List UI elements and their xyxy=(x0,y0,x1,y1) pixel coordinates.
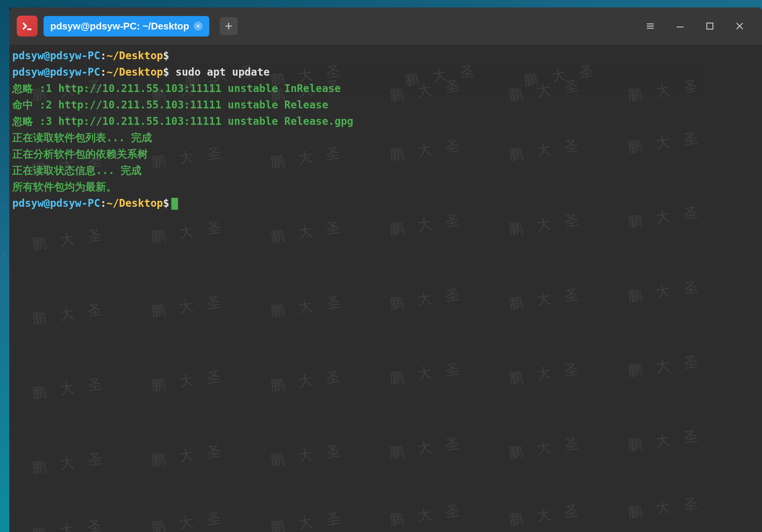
menu-button[interactable] xyxy=(643,19,658,34)
command-text: sudo apt update xyxy=(169,66,270,78)
prompt-host: pdsyw-PC xyxy=(50,197,100,209)
terminal-line: 所有软件包均为最新。 xyxy=(12,179,759,195)
prompt-user: pdsyw xyxy=(12,50,44,62)
watermark-text: 鹏 大 圣 xyxy=(269,218,346,245)
terminal-line: 正在读取软件包列表... 完成 xyxy=(12,130,759,146)
prompt-at: @ xyxy=(44,197,50,209)
watermark-text: 鹏 大 圣 xyxy=(150,442,227,469)
watermark-text: 鹏 大 圣 xyxy=(508,211,585,238)
terminal-content-area[interactable]: 鹏 大 圣鹏 大 圣鹏 大 圣鹏 大 圣鹏 大 圣鹏 大 圣鹏 大 圣鹏 大 圣… xyxy=(9,45,762,532)
active-tab[interactable]: pdsyw@pdsyw-PC: ~/Desktop xyxy=(44,16,209,37)
output-text: 正在读取状态信息... 完成 xyxy=(12,164,142,177)
watermark-text: 鹏 大 圣 xyxy=(31,375,108,402)
watermark-text: 鹏 大 圣 xyxy=(388,211,466,238)
prompt-user: pdsyw xyxy=(12,66,44,78)
output-text: 正在分析软件包的依赖关系树 xyxy=(12,148,148,160)
prompt-host: pdsyw-PC xyxy=(50,50,100,62)
terminal-line: 正在读取状态信息... 完成 xyxy=(12,162,759,179)
output-text: 所有软件包均为最新。 xyxy=(12,181,117,193)
watermark-text: 鹏 大 圣 xyxy=(269,293,346,320)
watermark-text: 鹏 大 圣 xyxy=(388,360,466,387)
cursor xyxy=(171,198,178,210)
star-decoration: · xyxy=(1,205,3,208)
new-tab-button[interactable] xyxy=(220,17,238,35)
watermark-text: 鹏 大 圣 xyxy=(269,367,346,394)
terminal-app-icon[interactable] xyxy=(17,16,38,37)
prompt-dollar: $ xyxy=(163,50,169,62)
watermark-text: 鹏 大 圣 xyxy=(388,501,466,528)
title-bar: pdsyw@pdsyw-PC: ~/Desktop xyxy=(9,7,762,45)
window-controls xyxy=(643,19,755,34)
watermark-text: 鹏 大 圣 xyxy=(508,434,585,461)
watermark-text: 鹏 大 圣 xyxy=(508,501,585,528)
terminal-line: pdsyw@pdsyw-PC:~/Desktop$ xyxy=(12,48,759,64)
prompt-dollar: $ xyxy=(163,66,169,78)
terminal-line: pdsyw@pdsyw-PC:~/Desktop$ xyxy=(12,195,759,212)
prompt-dollar: $ xyxy=(163,197,169,209)
prompt-path: ~/Desktop xyxy=(107,50,163,62)
watermark-text: 鹏 大 圣 xyxy=(627,427,704,454)
terminal-window: pdsyw@pdsyw-PC: ~/Desktop xyxy=(9,7,762,532)
tab-close-button[interactable] xyxy=(194,22,203,31)
desktop-background-left: · · xyxy=(0,0,9,532)
watermark-text: 鹏 大 圣 xyxy=(150,218,227,245)
watermark-text: 鹏 大 圣 xyxy=(150,509,227,532)
prompt-user: pdsyw xyxy=(12,197,44,209)
watermark-text: 鹏 大 圣 xyxy=(388,434,466,461)
prompt-at: @ xyxy=(44,50,50,62)
prompt-path: ~/Desktop xyxy=(107,66,163,78)
output-text: 正在读取软件包列表... 完成 xyxy=(12,132,152,144)
star-decoration: · xyxy=(4,253,6,257)
desktop-background-top xyxy=(0,0,762,7)
prompt-host: pdsyw-PC xyxy=(50,66,100,78)
watermark-text: 鹏 大 圣 xyxy=(388,285,466,312)
watermark-text: 鹏 大 圣 xyxy=(31,226,108,253)
watermark-text: 鹏 大 圣 xyxy=(31,300,108,327)
terminal-line: 命中 :2 http://10.211.55.103:11111 unstabl… xyxy=(12,97,759,113)
watermark-text: 鹏 大 圣 xyxy=(269,442,346,469)
terminal-line: 正在分析软件包的依赖关系树 xyxy=(12,146,759,162)
output-text: 忽略 :3 http://10.211.55.103:11111 unstabl… xyxy=(12,115,353,127)
terminal-output: pdsyw@pdsyw-PC:~/Desktop$pdsyw@pdsyw-PC:… xyxy=(12,48,759,212)
terminal-line: 忽略 :1 http://10.211.55.103:11111 unstabl… xyxy=(12,80,759,97)
prompt-at: @ xyxy=(44,66,50,78)
watermark-text: 鹏 大 圣 xyxy=(508,360,585,387)
watermark-text: 鹏 大 圣 xyxy=(31,516,108,532)
watermark-text: 鹏 大 圣 xyxy=(508,285,585,312)
watermark-text: 鹏 大 圣 xyxy=(150,367,227,394)
svg-rect-0 xyxy=(707,23,713,29)
close-button[interactable] xyxy=(732,19,747,34)
prompt-colon: : xyxy=(100,66,107,78)
minimize-button[interactable] xyxy=(673,19,688,34)
tab-title: pdsyw@pdsyw-PC: ~/Desktop xyxy=(50,20,189,32)
watermark-text: 鹏 大 圣 xyxy=(627,494,704,521)
watermark-text: 鹏 大 圣 xyxy=(627,278,704,305)
prompt-colon: : xyxy=(100,197,107,209)
watermark-text: 鹏 大 圣 xyxy=(150,293,227,320)
watermark-text: 鹏 大 圣 xyxy=(269,509,346,532)
output-text: 命中 :2 http://10.211.55.103:11111 unstabl… xyxy=(12,99,328,111)
terminal-line: pdsyw@pdsyw-PC:~/Desktop$ sudo apt updat… xyxy=(12,64,759,80)
watermark-text: 鹏 大 圣 xyxy=(31,449,108,476)
output-text: 忽略 :1 http://10.211.55.103:11111 unstabl… xyxy=(12,82,341,95)
prompt-colon: : xyxy=(100,50,107,62)
watermark-text: 鹏 大 圣 xyxy=(627,352,704,379)
maximize-button[interactable] xyxy=(702,19,717,34)
terminal-line: 忽略 :3 http://10.211.55.103:11111 unstabl… xyxy=(12,113,759,130)
prompt-path: ~/Desktop xyxy=(107,197,163,209)
